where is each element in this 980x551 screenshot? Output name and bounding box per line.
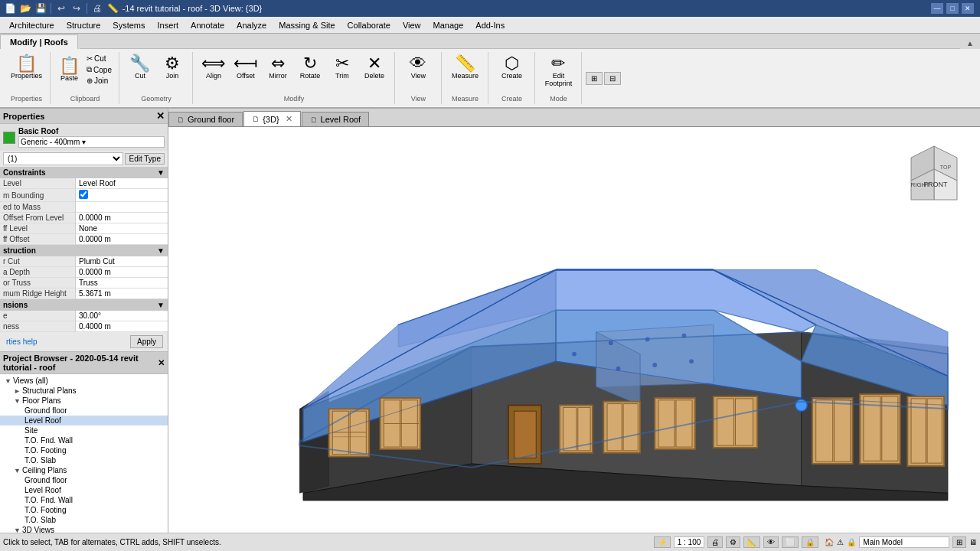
menu-analyze[interactable]: Analyze — [230, 19, 273, 31]
tree-item[interactable]: T.O. Fnd. Wall — [0, 435, 168, 445]
fascia-depth-value[interactable]: 0.0000 m — [76, 267, 168, 278]
tree-item[interactable]: Level Roof — [0, 416, 168, 425]
construction-expand: ▼ — [157, 246, 165, 255]
tree-item[interactable]: T.O. Slab — [0, 455, 168, 465]
status-region-btn[interactable]: 📐 — [743, 536, 760, 548]
cutoff-level-value[interactable]: None — [76, 223, 168, 234]
offset-value[interactable]: 0.0000 m — [76, 213, 168, 223]
close-button[interactable]: ✕ — [962, 3, 974, 14]
prop-row-ridge-height: mum Ridge Height 5.3671 m — [0, 289, 168, 299]
viewport[interactable]: FRONT TOP RIGHT — [168, 127, 980, 533]
navigation-cube[interactable]: FRONT TOP RIGHT — [903, 142, 965, 204]
tree-item-label: Floor Plans — [22, 396, 61, 405]
tree-item[interactable]: T.O. Footing — [0, 505, 168, 515]
tree-item[interactable]: Ground floor — [0, 475, 168, 485]
menu-collaborate[interactable]: Collaborate — [341, 19, 397, 31]
paste-btn[interactable]: 📋 Paste — [56, 56, 83, 83]
rafter-cut-value[interactable]: Plumb Cut — [76, 256, 168, 267]
tab-level-roof[interactable]: 🗋 Level Roof — [302, 112, 370, 126]
qa-save-button[interactable]: 💾 — [34, 2, 47, 15]
room-bounding-checkbox[interactable] — [79, 190, 88, 199]
properties-btn[interactable]: 📋 Properties — [8, 54, 45, 81]
modify-rotate-btn[interactable]: ↻ Rotate — [295, 54, 325, 81]
instance-select[interactable]: (1) — [3, 152, 123, 165]
tree-item[interactable]: Site — [0, 425, 168, 435]
tree-item[interactable]: ▼3D Views — [0, 525, 168, 533]
qa-undo-button[interactable]: ↩ — [54, 2, 68, 15]
minimize-button[interactable]: — — [931, 3, 943, 14]
cutoff-offset-value[interactable]: 0.0000 m — [76, 234, 168, 245]
modify-trim-btn[interactable]: ✂ Trim — [327, 54, 358, 81]
menu-annotate[interactable]: Annotate — [185, 19, 230, 31]
level-label: Level — [0, 178, 76, 189]
menu-structure[interactable]: Structure — [60, 19, 107, 31]
tree-item[interactable]: ▼Views (all) — [0, 376, 168, 386]
ribbon-tool-1[interactable]: ⊞ — [586, 72, 603, 85]
create-btn[interactable]: ⬡ Create — [496, 54, 527, 81]
tab-ground-floor[interactable]: 🗋 Ground floor — [168, 112, 243, 126]
properties-help-link[interactable]: rties help — [3, 336, 41, 347]
modify-delete-btn[interactable]: ✕ Delete — [359, 54, 390, 81]
menu-insert[interactable]: Insert — [152, 19, 185, 31]
status-print-btn[interactable]: 🖨 — [707, 536, 723, 548]
status-crop-btn[interactable]: ⬜ — [782, 536, 799, 548]
tree-item[interactable]: Ground floor — [0, 406, 168, 416]
tree-item[interactable]: ▼Floor Plans — [0, 396, 168, 406]
tree-item[interactable]: ►Structural Plans — [0, 386, 168, 396]
menu-manage[interactable]: Manage — [427, 19, 470, 31]
modify-offset-btn[interactable]: ⟻ Offset — [230, 54, 261, 81]
qa-open-button[interactable]: 📂 — [18, 2, 32, 15]
constraints-section-header: Constraints ▼ — [0, 167, 168, 178]
status-level-icon: 🏠 — [825, 538, 834, 546]
join-btn[interactable]: ⊕ Join — [84, 76, 114, 86]
modify-mirror-btn[interactable]: ⇔ Mirror — [263, 54, 293, 81]
tree-item[interactable]: ▼Ceiling Plans — [0, 465, 168, 475]
status-sync-btn[interactable]: ⚡ — [654, 536, 671, 548]
browser-close-btn[interactable]: ✕ — [158, 358, 165, 368]
geometry-btn2[interactable]: ⚙ Join — [157, 54, 188, 81]
edit-footprint-btn[interactable]: ✏ Edit Footprint — [542, 54, 576, 89]
measure-btn[interactable]: 📏 Measure — [449, 54, 482, 81]
thickness-value[interactable]: 0.4000 m — [76, 321, 168, 332]
tab-3d[interactable]: 🗋 {3D} ✕ — [243, 111, 300, 126]
geometry-btn1[interactable]: 🔧 Cut — [125, 54, 155, 81]
ribbon-collapse-btn[interactable]: ▲ — [960, 37, 980, 49]
status-lock-btn[interactable]: 🔒 — [802, 536, 818, 548]
maximize-button[interactable]: □ — [946, 3, 959, 14]
tab-modify-roofs[interactable]: Modify | Roofs — [0, 34, 78, 49]
properties-close-btn[interactable]: ✕ — [156, 110, 165, 122]
qa-new-button[interactable]: 📄 — [3, 2, 17, 15]
ridge-height-value[interactable]: 5.3671 m — [76, 289, 168, 299]
status-settings-btn[interactable]: ⚙ — [726, 536, 740, 548]
qa-print-button[interactable]: 🖨 — [90, 2, 104, 15]
menu-architecture[interactable]: Architecture — [3, 19, 60, 31]
qa-redo-button[interactable]: ↪ — [70, 2, 83, 15]
copy-btn[interactable]: ⧉ Cope — [84, 64, 114, 75]
menu-systems[interactable]: Systems — [106, 19, 151, 31]
rafter-truss-value[interactable]: Truss — [76, 278, 168, 289]
status-design-options-btn[interactable]: ⊞ — [952, 536, 966, 548]
type-dropdown[interactable]: Generic - 400mm ▾ — [18, 136, 165, 148]
tree-item[interactable]: T.O. Fnd. Wall — [0, 495, 168, 505]
join-label: Join — [94, 77, 108, 85]
edit-type-button[interactable]: Edit Type — [125, 153, 165, 165]
tree-item[interactable]: T.O. Footing — [0, 445, 168, 455]
menu-view[interactable]: View — [397, 19, 427, 31]
level-value[interactable]: Level Roof — [76, 178, 168, 189]
slope-value[interactable]: 30.00° — [76, 311, 168, 321]
tab-3d-close[interactable]: ✕ — [286, 114, 292, 124]
workset-display[interactable]: Main Model — [859, 536, 949, 548]
menu-massing[interactable]: Massing & Site — [273, 19, 341, 31]
room-bounding-value[interactable] — [76, 189, 168, 202]
cut-btn[interactable]: ✂ Cut — [84, 54, 114, 64]
tree-item[interactable]: T.O. Slab — [0, 515, 168, 525]
status-visibility-btn[interactable]: 👁 — [763, 536, 779, 548]
ribbon-tool-2[interactable]: ⊟ — [604, 72, 621, 85]
apply-button[interactable]: Apply — [130, 335, 163, 348]
menu-addins[interactable]: Add-Ins — [469, 19, 511, 31]
modify-align-btn[interactable]: ⟺ Align — [198, 54, 229, 81]
view-btn[interactable]: 👁 View — [403, 54, 433, 81]
ribbon-group-clipboard: 📋 Paste ✂ Cut ⧉ Cope ⊕ Join Clipboard — [51, 52, 119, 104]
qa-measure-button[interactable]: 📏 — [106, 2, 119, 15]
tree-item[interactable]: Level Roof — [0, 485, 168, 495]
